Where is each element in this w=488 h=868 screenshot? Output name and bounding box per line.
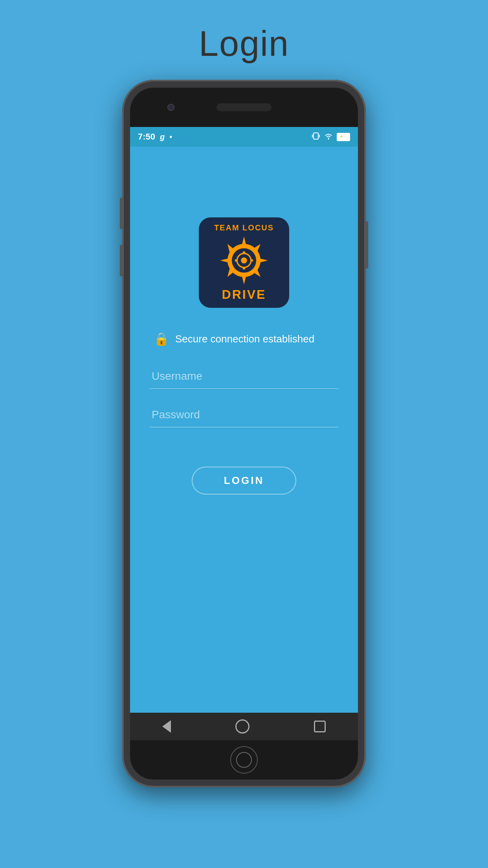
login-button[interactable]: LOGIN <box>192 467 296 495</box>
power-button <box>365 221 368 268</box>
phone-top-bar <box>130 88 358 127</box>
page-title: Login <box>199 24 289 64</box>
svg-point-20 <box>243 267 246 270</box>
carrier-icon: g <box>160 132 165 142</box>
login-form <box>150 366 338 443</box>
vibrate-icon <box>312 132 320 142</box>
status-left: 7:50 g • <box>138 132 172 142</box>
svg-text:⚡: ⚡ <box>339 134 343 138</box>
secure-connection-row: 🔒 Secure connection established <box>154 331 314 346</box>
nav-recent-icon[interactable] <box>314 721 326 732</box>
wifi-icon <box>324 132 333 142</box>
logo-container: TEAM LOCUS <box>199 217 289 308</box>
svg-point-22 <box>251 259 253 262</box>
team-locus-label: TEAM LOCUS <box>214 223 274 232</box>
logo-box: TEAM LOCUS <box>199 217 289 308</box>
svg-marker-8 <box>242 276 246 284</box>
battery-icon: ⚡ <box>337 133 350 141</box>
phone-bottom <box>130 740 358 780</box>
front-camera <box>167 104 174 111</box>
home-button-inner <box>236 752 252 768</box>
volume-up-button <box>120 198 123 229</box>
sun-logo-icon <box>216 234 272 287</box>
drive-label: DRIVE <box>222 287 266 302</box>
phone-screen: 7:50 g • <box>130 127 358 740</box>
svg-rect-1 <box>312 134 313 138</box>
status-right: ⚡ <box>312 132 350 142</box>
svg-marker-7 <box>242 237 246 245</box>
secure-connection-text: Secure connection established <box>175 333 314 345</box>
svg-rect-2 <box>319 134 320 138</box>
username-input[interactable] <box>150 366 338 389</box>
svg-rect-4 <box>347 135 348 138</box>
svg-point-21 <box>235 259 238 262</box>
nav-home-icon[interactable] <box>235 719 250 734</box>
app-content: TEAM LOCUS <box>130 147 358 713</box>
svg-point-18 <box>241 257 247 264</box>
nav-back-icon[interactable] <box>162 720 171 733</box>
phone-shell: 7:50 g • <box>122 80 366 787</box>
svg-marker-10 <box>259 258 268 263</box>
status-bar: 7:50 g • <box>130 127 358 147</box>
lock-icon: 🔒 <box>154 331 169 346</box>
svg-point-19 <box>243 251 246 254</box>
android-nav-bar <box>130 713 358 740</box>
home-button[interactable] <box>230 746 258 774</box>
status-dot: • <box>169 132 172 142</box>
volume-down-button <box>120 245 123 276</box>
svg-marker-9 <box>220 258 229 263</box>
status-time: 7:50 <box>138 132 155 142</box>
svg-rect-0 <box>314 133 318 139</box>
password-input[interactable] <box>150 405 338 427</box>
earpiece-speaker <box>216 103 272 111</box>
